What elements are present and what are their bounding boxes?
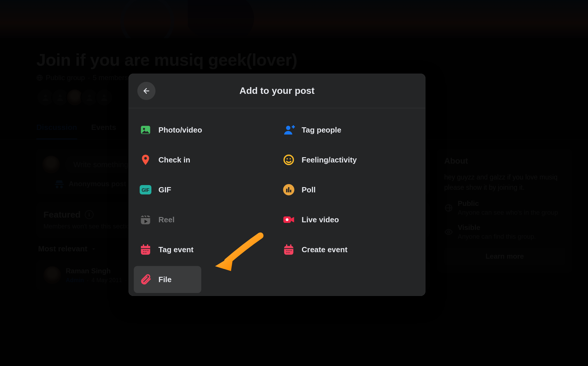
option-label: Feeling/activity: [302, 155, 357, 165]
svg-point-14: [290, 158, 291, 160]
option-label: Tag people: [302, 126, 341, 135]
option-tag-event[interactable]: Tag event: [134, 236, 277, 263]
reel-icon: [139, 213, 152, 226]
calendar-icon: [282, 243, 295, 256]
live-video-icon: [282, 213, 295, 226]
option-label: Tag event: [158, 245, 193, 254]
paperclip-icon: [139, 273, 152, 286]
svg-point-23: [286, 218, 289, 221]
option-create-event[interactable]: Create event: [277, 236, 420, 263]
option-photo-video[interactable]: Photo/video: [134, 116, 277, 143]
option-label: Live video: [302, 215, 339, 224]
option-gif[interactable]: GIF GIF: [134, 176, 277, 203]
svg-point-9: [143, 128, 145, 130]
option-label: Reel: [158, 215, 175, 224]
option-feeling-activity[interactable]: Feeling/activity: [277, 146, 420, 173]
svg-rect-21: [141, 216, 150, 224]
gif-icon: GIF: [139, 183, 152, 196]
svg-point-11: [144, 157, 147, 160]
modal-title: Add to your post: [239, 85, 315, 96]
option-tag-people[interactable]: Tag people: [277, 116, 420, 143]
tag-people-icon: [282, 123, 295, 136]
option-file[interactable]: File: [134, 266, 201, 293]
photo-video-icon: [139, 123, 152, 136]
option-label: Poll: [302, 185, 316, 194]
option-reel: Reel: [134, 206, 277, 233]
option-label: Check in: [158, 155, 190, 165]
options-grid: Photo/video Tag people Check in Feeling/…: [129, 108, 425, 296]
calendar-icon: [139, 243, 152, 256]
svg-rect-19: [288, 187, 290, 192]
option-label: File: [158, 275, 172, 284]
svg-point-12: [284, 155, 293, 165]
option-live-video[interactable]: Live video: [277, 206, 420, 233]
option-poll[interactable]: Poll: [277, 176, 420, 203]
add-to-post-modal: Add to your post Photo/video Tag people …: [129, 74, 425, 296]
option-label: GIF: [158, 185, 171, 194]
svg-point-10: [286, 126, 290, 130]
modal-header: Add to your post: [129, 74, 425, 108]
option-label: Photo/video: [158, 126, 202, 135]
svg-rect-18: [286, 189, 288, 192]
svg-rect-20: [290, 190, 291, 192]
option-label: Create event: [302, 245, 347, 254]
svg-point-13: [286, 158, 288, 160]
location-pin-icon: [139, 153, 152, 166]
back-button[interactable]: [137, 82, 156, 100]
svg-text:GIF: GIF: [142, 188, 150, 193]
option-check-in[interactable]: Check in: [134, 146, 277, 173]
arrow-left-icon: [142, 87, 151, 95]
poll-icon: [282, 183, 295, 196]
smiley-icon: [282, 153, 295, 166]
